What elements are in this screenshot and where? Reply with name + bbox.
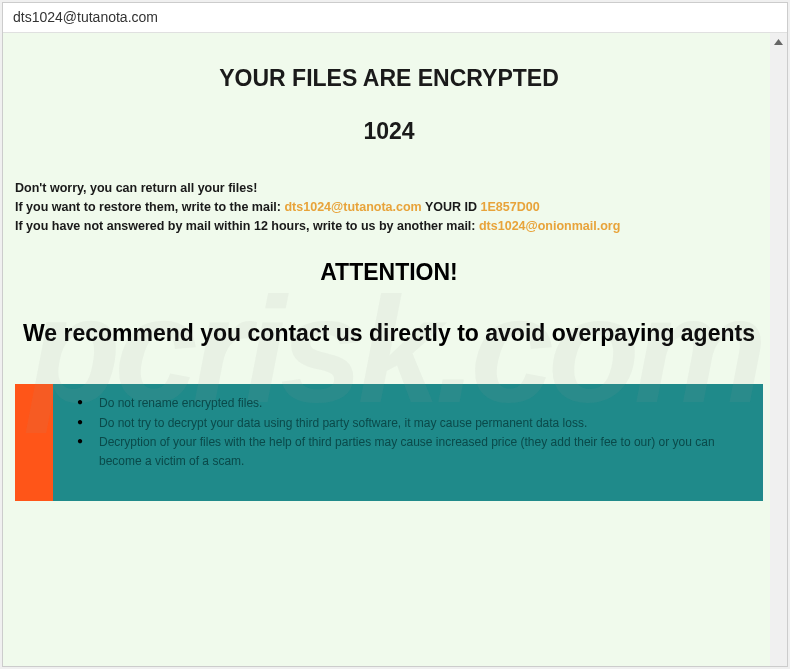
attention-heading: ATTENTION! xyxy=(15,259,763,286)
sub-headline: 1024 xyxy=(15,118,763,145)
vertical-scrollbar[interactable] xyxy=(770,33,787,666)
intro-line3: If you have not answered by mail within … xyxy=(15,217,763,236)
list-item: Do not try to decrypt your data using th… xyxy=(99,414,749,433)
ransomware-note-window: dts1024@tutanota.com pcrisk.com YOUR FIL… xyxy=(2,2,788,667)
list-item: Do not rename encrypted files. xyxy=(99,394,749,413)
headline: YOUR FILES ARE ENCRYPTED xyxy=(15,65,763,92)
window-titlebar[interactable]: dts1024@tutanota.com xyxy=(3,3,787,33)
scroll-up-icon[interactable] xyxy=(770,33,787,50)
your-id-value: 1E857D00 xyxy=(481,200,540,214)
intro-line2: If you want to restore them, write to th… xyxy=(15,198,763,217)
your-id-label: YOUR ID xyxy=(422,200,481,214)
recommend-text: We recommend you contact us directly to … xyxy=(15,304,763,364)
intro-line3-text: If you have not answered by mail within … xyxy=(15,219,479,233)
warning-box: Do not rename encrypted files. Do not tr… xyxy=(15,384,763,501)
warning-accent-strip xyxy=(15,384,53,501)
intro-line1: Don't worry, you can return all your fil… xyxy=(15,179,763,198)
list-item: Decryption of your files with the help o… xyxy=(99,433,749,470)
primary-email: dts1024@tutanota.com xyxy=(284,200,421,214)
warning-list-container: Do not rename encrypted files. Do not tr… xyxy=(53,384,763,501)
window-title: dts1024@tutanota.com xyxy=(13,9,158,25)
intro-line2-text: If you want to restore them, write to th… xyxy=(15,200,284,214)
intro-block: Don't worry, you can return all your fil… xyxy=(15,179,763,235)
secondary-email: dts1024@onionmail.org xyxy=(479,219,620,233)
content-area: pcrisk.com YOUR FILES ARE ENCRYPTED 1024… xyxy=(3,33,787,666)
note-content: YOUR FILES ARE ENCRYPTED 1024 Don't worr… xyxy=(3,33,787,521)
warning-list: Do not rename encrypted files. Do not tr… xyxy=(67,394,749,470)
